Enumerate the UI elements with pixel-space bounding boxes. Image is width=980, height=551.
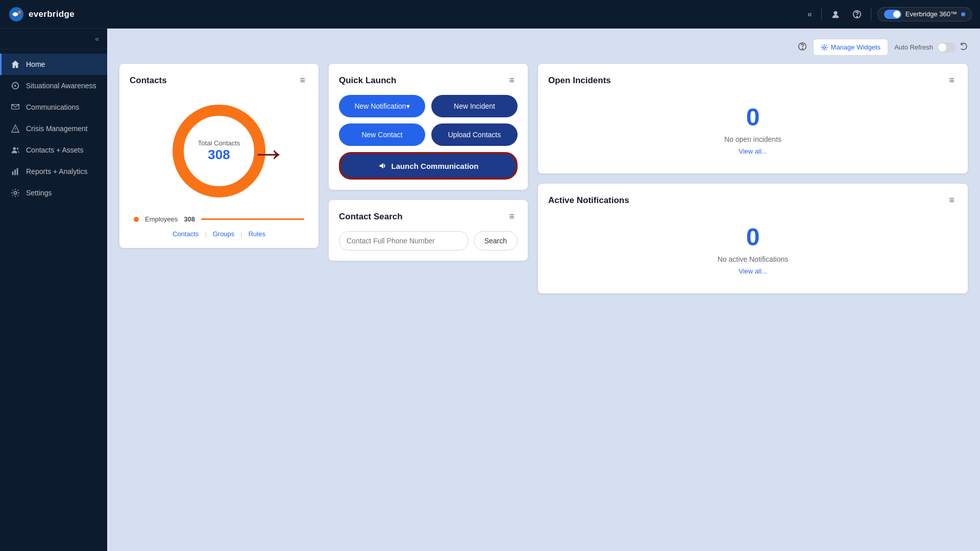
contacts-links: Contacts | Groups | Rules <box>130 230 308 238</box>
sidebar-item-situational-awareness[interactable]: Situational Awareness <box>0 75 107 96</box>
widgets-row: Contacts ≡ Total Contacts 308 → <box>119 64 968 293</box>
svg-point-3 <box>14 85 16 87</box>
sidebar-label-contacts: Contacts + Assets <box>26 146 83 154</box>
sidebar-item-settings[interactable]: Settings <box>0 182 107 204</box>
new-contact-button[interactable]: New Contact <box>339 123 425 146</box>
phone-search-input[interactable] <box>339 231 469 251</box>
toggle-switch[interactable] <box>884 10 901 19</box>
open-incidents-menu-button[interactable]: ≡ <box>946 74 958 87</box>
open-incidents-widget: Open Incidents ≡ 0 No open incidents Vie… <box>538 64 968 173</box>
contact-search-header: Contact Search ≡ <box>339 210 518 223</box>
auto-refresh-toggle[interactable] <box>937 42 955 53</box>
legend-count: 308 <box>184 215 195 223</box>
legend-bar <box>201 218 304 220</box>
active-notifications-title: Active Notifications <box>548 195 629 206</box>
open-incidents-count: 0 <box>548 95 958 135</box>
help-topbar-button[interactable] <box>849 7 865 22</box>
badge-dot <box>961 12 965 16</box>
new-notification-button[interactable]: New Notification▾ <box>339 95 425 117</box>
help-icon <box>852 10 862 19</box>
active-notifications-widget: Active Notifications ≡ 0 No active Notif… <box>538 184 968 293</box>
logo-text: everbridge <box>29 9 75 19</box>
manage-widgets-label: Manage Widgets <box>831 43 881 51</box>
open-incidents-view-all[interactable]: View all... <box>548 147 958 155</box>
contacts-widget: Contacts ≡ Total Contacts 308 → <box>119 64 318 248</box>
quick-launch-header: Quick Launch ≡ <box>339 74 518 87</box>
sidebar-nav: Home Situational Awareness Communication… <box>0 49 107 551</box>
sidebar-label-crisis: Crisis Management <box>26 124 88 133</box>
collapse-topbar-button[interactable]: « <box>804 7 815 22</box>
svg-rect-8 <box>17 168 18 176</box>
contacts-widget-menu-button[interactable]: ≡ <box>297 74 308 87</box>
topbar-divider-1 <box>821 8 822 20</box>
content-area: Manage Widgets Auto Refresh <box>107 29 980 551</box>
contacts-icon <box>11 145 20 155</box>
svg-rect-6 <box>12 171 14 175</box>
sidebar-item-reports-analytics[interactable]: Reports + Analytics <box>0 161 107 182</box>
everbridge-logo-icon <box>8 6 24 22</box>
arrow-overlay: → <box>250 134 287 171</box>
content-help-button[interactable] <box>798 42 807 53</box>
crisis-icon <box>11 124 20 133</box>
search-row: Search <box>339 231 518 251</box>
new-incident-button[interactable]: New Incident <box>431 95 518 117</box>
open-incidents-header: Open Incidents ≡ <box>548 74 958 87</box>
sidebar-item-contacts-assets[interactable]: Contacts + Assets <box>0 139 107 161</box>
main-area: « Everbridge 360™ <box>107 0 980 551</box>
sidebar-label-awareness: Situational Awareness <box>26 82 96 90</box>
upload-contacts-button[interactable]: Upload Contacts <box>431 123 518 146</box>
topbar: « Everbridge 360™ <box>107 0 980 29</box>
quick-launch-grid: New Notification▾ New Incident New Conta… <box>339 95 518 180</box>
user-profile-button[interactable] <box>828 7 843 22</box>
svg-point-9 <box>14 191 16 194</box>
active-notifications-empty-label: No active Notifications <box>548 255 958 263</box>
svg-point-4 <box>13 147 16 150</box>
collapse-button[interactable]: « <box>93 33 101 45</box>
active-notifications-count: 0 <box>548 215 958 255</box>
quick-launch-menu-button[interactable]: ≡ <box>506 74 518 87</box>
right-column: Open Incidents ≡ 0 No open incidents Vie… <box>538 64 968 293</box>
search-button[interactable]: Search <box>474 231 518 251</box>
donut-center-text: Total Contacts 308 <box>198 139 240 163</box>
rules-link[interactable]: Rules <box>249 230 265 238</box>
active-notifications-menu-button[interactable]: ≡ <box>946 194 958 207</box>
logo-area: everbridge <box>0 0 107 29</box>
help-circle-icon <box>798 42 807 51</box>
megaphone-icon <box>378 161 387 170</box>
sidebar-item-home[interactable]: Home <box>0 54 107 75</box>
svg-point-15 <box>823 46 825 48</box>
home-icon <box>11 60 20 69</box>
auto-refresh-area: Auto Refresh <box>894 42 968 53</box>
sidebar: everbridge « Home Situational Awareness … <box>0 0 107 551</box>
auto-refresh-knob <box>938 43 946 52</box>
sidebar-item-crisis-management[interactable]: Crisis Management <box>0 118 107 139</box>
active-notifications-view-all[interactable]: View all... <box>548 267 958 275</box>
contacts-donut-area: Total Contacts 308 → <box>130 95 308 207</box>
svg-point-12 <box>856 16 857 16</box>
active-notifications-header: Active Notifications ≡ <box>548 194 958 207</box>
sidebar-label-home: Home <box>26 60 45 68</box>
open-incidents-title: Open Incidents <box>548 76 611 86</box>
legend-dot <box>134 217 139 222</box>
manage-widgets-button[interactable]: Manage Widgets <box>813 39 889 56</box>
svg-point-1 <box>18 11 21 14</box>
everbridge360-badge[interactable]: Everbridge 360™ <box>877 7 972 21</box>
contacts-link[interactable]: Contacts <box>173 230 199 238</box>
topbar-divider-2 <box>871 8 871 20</box>
badge-label: Everbridge 360™ <box>905 10 957 18</box>
toggle-knob <box>893 11 900 18</box>
reports-icon <box>11 167 20 176</box>
refresh-button[interactable] <box>960 42 968 53</box>
contacts-legend: Employees 308 <box>130 215 308 223</box>
user-icon <box>831 10 840 19</box>
donut-count: 308 <box>208 147 230 162</box>
sidebar-label-settings: Settings <box>26 189 52 197</box>
quick-launch-title: Quick Launch <box>339 76 396 86</box>
contact-search-menu-button[interactable]: ≡ <box>506 210 518 223</box>
contacts-widget-title: Contacts <box>130 76 167 86</box>
svg-point-14 <box>802 48 802 48</box>
groups-link[interactable]: Groups <box>213 230 235 238</box>
sidebar-item-communications[interactable]: Communications <box>0 96 107 118</box>
launch-communication-button[interactable]: Launch Communication <box>339 152 518 180</box>
contact-search-widget: Contact Search ≡ Search <box>329 200 528 261</box>
